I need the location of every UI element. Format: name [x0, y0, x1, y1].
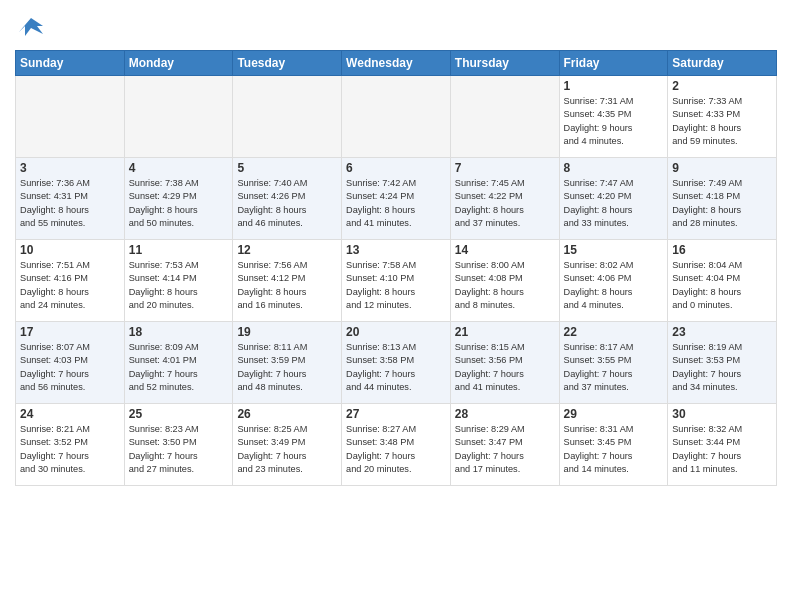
day-number: 2	[672, 79, 772, 93]
day-cell	[342, 76, 451, 158]
weekday-tuesday: Tuesday	[233, 51, 342, 76]
day-number: 8	[564, 161, 664, 175]
day-cell: 28Sunrise: 8:29 AM Sunset: 3:47 PM Dayli…	[450, 404, 559, 486]
day-info: Sunrise: 8:19 AM Sunset: 3:53 PM Dayligh…	[672, 341, 772, 394]
day-info: Sunrise: 7:47 AM Sunset: 4:20 PM Dayligh…	[564, 177, 664, 230]
day-number: 4	[129, 161, 229, 175]
day-cell: 12Sunrise: 7:56 AM Sunset: 4:12 PM Dayli…	[233, 240, 342, 322]
day-cell: 2Sunrise: 7:33 AM Sunset: 4:33 PM Daylig…	[668, 76, 777, 158]
weekday-thursday: Thursday	[450, 51, 559, 76]
day-number: 21	[455, 325, 555, 339]
day-number: 7	[455, 161, 555, 175]
day-number: 26	[237, 407, 337, 421]
week-row-1: 1Sunrise: 7:31 AM Sunset: 4:35 PM Daylig…	[16, 76, 777, 158]
day-cell: 19Sunrise: 8:11 AM Sunset: 3:59 PM Dayli…	[233, 322, 342, 404]
page: SundayMondayTuesdayWednesdayThursdayFrid…	[0, 0, 792, 612]
day-cell: 1Sunrise: 7:31 AM Sunset: 4:35 PM Daylig…	[559, 76, 668, 158]
weekday-saturday: Saturday	[668, 51, 777, 76]
day-info: Sunrise: 8:04 AM Sunset: 4:04 PM Dayligh…	[672, 259, 772, 312]
day-info: Sunrise: 7:56 AM Sunset: 4:12 PM Dayligh…	[237, 259, 337, 312]
day-info: Sunrise: 7:42 AM Sunset: 4:24 PM Dayligh…	[346, 177, 446, 230]
svg-marker-0	[19, 18, 43, 36]
logo-bird-icon	[17, 14, 45, 42]
day-number: 29	[564, 407, 664, 421]
day-number: 11	[129, 243, 229, 257]
day-info: Sunrise: 8:25 AM Sunset: 3:49 PM Dayligh…	[237, 423, 337, 476]
day-info: Sunrise: 8:27 AM Sunset: 3:48 PM Dayligh…	[346, 423, 446, 476]
day-number: 30	[672, 407, 772, 421]
week-row-3: 10Sunrise: 7:51 AM Sunset: 4:16 PM Dayli…	[16, 240, 777, 322]
day-cell	[233, 76, 342, 158]
day-cell: 16Sunrise: 8:04 AM Sunset: 4:04 PM Dayli…	[668, 240, 777, 322]
day-cell: 15Sunrise: 8:02 AM Sunset: 4:06 PM Dayli…	[559, 240, 668, 322]
day-info: Sunrise: 8:32 AM Sunset: 3:44 PM Dayligh…	[672, 423, 772, 476]
day-cell: 10Sunrise: 7:51 AM Sunset: 4:16 PM Dayli…	[16, 240, 125, 322]
day-info: Sunrise: 7:31 AM Sunset: 4:35 PM Dayligh…	[564, 95, 664, 148]
day-info: Sunrise: 7:49 AM Sunset: 4:18 PM Dayligh…	[672, 177, 772, 230]
day-number: 19	[237, 325, 337, 339]
day-cell: 22Sunrise: 8:17 AM Sunset: 3:55 PM Dayli…	[559, 322, 668, 404]
day-number: 3	[20, 161, 120, 175]
day-number: 22	[564, 325, 664, 339]
day-info: Sunrise: 8:09 AM Sunset: 4:01 PM Dayligh…	[129, 341, 229, 394]
day-cell: 7Sunrise: 7:45 AM Sunset: 4:22 PM Daylig…	[450, 158, 559, 240]
day-number: 20	[346, 325, 446, 339]
day-info: Sunrise: 7:58 AM Sunset: 4:10 PM Dayligh…	[346, 259, 446, 312]
weekday-sunday: Sunday	[16, 51, 125, 76]
day-info: Sunrise: 8:11 AM Sunset: 3:59 PM Dayligh…	[237, 341, 337, 394]
day-number: 10	[20, 243, 120, 257]
week-row-2: 3Sunrise: 7:36 AM Sunset: 4:31 PM Daylig…	[16, 158, 777, 240]
day-number: 15	[564, 243, 664, 257]
weekday-wednesday: Wednesday	[342, 51, 451, 76]
day-cell: 11Sunrise: 7:53 AM Sunset: 4:14 PM Dayli…	[124, 240, 233, 322]
day-number: 23	[672, 325, 772, 339]
day-cell: 20Sunrise: 8:13 AM Sunset: 3:58 PM Dayli…	[342, 322, 451, 404]
day-number: 12	[237, 243, 337, 257]
day-cell: 3Sunrise: 7:36 AM Sunset: 4:31 PM Daylig…	[16, 158, 125, 240]
day-info: Sunrise: 8:15 AM Sunset: 3:56 PM Dayligh…	[455, 341, 555, 394]
day-cell: 23Sunrise: 8:19 AM Sunset: 3:53 PM Dayli…	[668, 322, 777, 404]
day-info: Sunrise: 8:07 AM Sunset: 4:03 PM Dayligh…	[20, 341, 120, 394]
day-number: 1	[564, 79, 664, 93]
day-info: Sunrise: 7:33 AM Sunset: 4:33 PM Dayligh…	[672, 95, 772, 148]
weekday-monday: Monday	[124, 51, 233, 76]
day-info: Sunrise: 8:29 AM Sunset: 3:47 PM Dayligh…	[455, 423, 555, 476]
day-info: Sunrise: 7:51 AM Sunset: 4:16 PM Dayligh…	[20, 259, 120, 312]
day-number: 18	[129, 325, 229, 339]
day-cell: 6Sunrise: 7:42 AM Sunset: 4:24 PM Daylig…	[342, 158, 451, 240]
day-number: 13	[346, 243, 446, 257]
day-cell: 26Sunrise: 8:25 AM Sunset: 3:49 PM Dayli…	[233, 404, 342, 486]
day-cell: 4Sunrise: 7:38 AM Sunset: 4:29 PM Daylig…	[124, 158, 233, 240]
weekday-header-row: SundayMondayTuesdayWednesdayThursdayFrid…	[16, 51, 777, 76]
day-info: Sunrise: 8:17 AM Sunset: 3:55 PM Dayligh…	[564, 341, 664, 394]
week-row-4: 17Sunrise: 8:07 AM Sunset: 4:03 PM Dayli…	[16, 322, 777, 404]
day-cell: 5Sunrise: 7:40 AM Sunset: 4:26 PM Daylig…	[233, 158, 342, 240]
calendar: SundayMondayTuesdayWednesdayThursdayFrid…	[15, 50, 777, 486]
day-info: Sunrise: 8:00 AM Sunset: 4:08 PM Dayligh…	[455, 259, 555, 312]
weekday-friday: Friday	[559, 51, 668, 76]
day-info: Sunrise: 8:23 AM Sunset: 3:50 PM Dayligh…	[129, 423, 229, 476]
day-number: 5	[237, 161, 337, 175]
logo	[15, 14, 45, 42]
day-info: Sunrise: 8:31 AM Sunset: 3:45 PM Dayligh…	[564, 423, 664, 476]
day-cell: 25Sunrise: 8:23 AM Sunset: 3:50 PM Dayli…	[124, 404, 233, 486]
day-cell	[124, 76, 233, 158]
day-cell: 13Sunrise: 7:58 AM Sunset: 4:10 PM Dayli…	[342, 240, 451, 322]
day-number: 28	[455, 407, 555, 421]
day-info: Sunrise: 7:40 AM Sunset: 4:26 PM Dayligh…	[237, 177, 337, 230]
day-info: Sunrise: 7:38 AM Sunset: 4:29 PM Dayligh…	[129, 177, 229, 230]
day-number: 6	[346, 161, 446, 175]
day-cell: 24Sunrise: 8:21 AM Sunset: 3:52 PM Dayli…	[16, 404, 125, 486]
day-info: Sunrise: 8:21 AM Sunset: 3:52 PM Dayligh…	[20, 423, 120, 476]
day-cell: 18Sunrise: 8:09 AM Sunset: 4:01 PM Dayli…	[124, 322, 233, 404]
day-number: 24	[20, 407, 120, 421]
day-cell: 21Sunrise: 8:15 AM Sunset: 3:56 PM Dayli…	[450, 322, 559, 404]
day-cell: 17Sunrise: 8:07 AM Sunset: 4:03 PM Dayli…	[16, 322, 125, 404]
day-info: Sunrise: 7:45 AM Sunset: 4:22 PM Dayligh…	[455, 177, 555, 230]
header	[15, 10, 777, 42]
day-number: 25	[129, 407, 229, 421]
day-number: 27	[346, 407, 446, 421]
day-info: Sunrise: 7:36 AM Sunset: 4:31 PM Dayligh…	[20, 177, 120, 230]
day-cell: 29Sunrise: 8:31 AM Sunset: 3:45 PM Dayli…	[559, 404, 668, 486]
day-cell: 9Sunrise: 7:49 AM Sunset: 4:18 PM Daylig…	[668, 158, 777, 240]
